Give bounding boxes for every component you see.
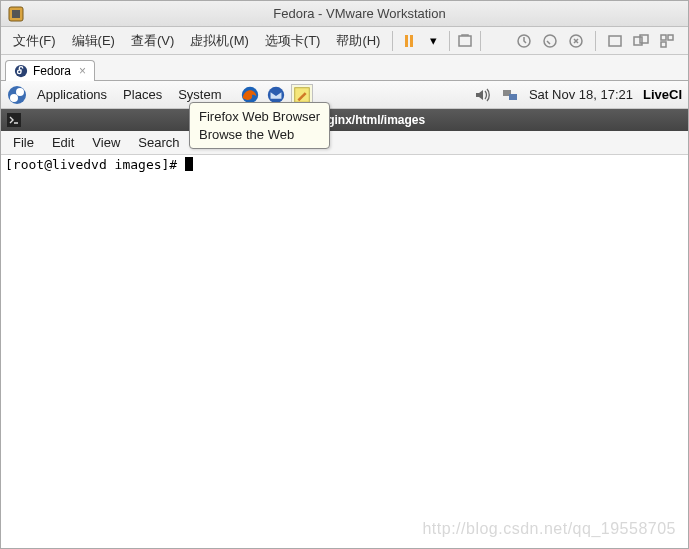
- term-menu-file[interactable]: File: [5, 133, 42, 152]
- vmware-tab-bar: Fedora ×: [1, 55, 688, 81]
- term-menu-view[interactable]: View: [84, 133, 128, 152]
- tooltip-line2: Browse the Web: [199, 126, 320, 144]
- term-menu-edit[interactable]: Edit: [44, 133, 82, 152]
- svg-rect-2: [459, 36, 471, 46]
- terminal-icon: [7, 113, 21, 127]
- snapshot-icon[interactable]: [454, 30, 476, 52]
- menu-view[interactable]: 查看(V): [123, 28, 182, 54]
- panel-datetime[interactable]: Sat Nov 18, 17:21: [529, 87, 633, 102]
- menu-edit[interactable]: 编辑(E): [64, 28, 123, 54]
- pause-icon[interactable]: [401, 33, 417, 49]
- menu-places[interactable]: Places: [117, 85, 168, 104]
- vmware-titlebar: Fedora - VMware Workstation: [1, 1, 688, 27]
- manage-snapshot-icon[interactable]: [565, 30, 587, 52]
- terminal-menubar: File Edit View Search: [1, 131, 688, 155]
- separator: [392, 31, 393, 51]
- fedora-icon: [14, 64, 28, 78]
- live-user-label[interactable]: LiveCI: [643, 87, 682, 102]
- menu-applications[interactable]: Applications: [31, 85, 113, 104]
- svg-rect-11: [661, 42, 666, 47]
- close-icon[interactable]: ×: [79, 64, 86, 78]
- svg-rect-21: [7, 113, 21, 127]
- menu-tabs[interactable]: 选项卡(T): [257, 28, 329, 54]
- terminal-titlebar[interactable]: /usr/local/nginx/html/images: [1, 109, 688, 131]
- vm-tab-fedora[interactable]: Fedora ×: [5, 60, 95, 81]
- menu-help[interactable]: 帮助(H): [328, 28, 388, 54]
- unity-icon[interactable]: [630, 30, 652, 52]
- vm-tab-label: Fedora: [33, 64, 71, 78]
- svg-rect-10: [668, 35, 673, 40]
- menu-vm[interactable]: 虚拟机(M): [182, 28, 257, 54]
- fullscreen-icon[interactable]: [604, 30, 626, 52]
- menu-file[interactable]: 文件(F): [5, 28, 64, 54]
- guest-screen: Applications Places System Sat Nov 18, 1…: [1, 81, 688, 548]
- tooltip-line1: Firefox Web Browser: [199, 108, 320, 126]
- take-snapshot-icon[interactable]: [539, 30, 561, 52]
- vmware-window-title: Fedora - VMware Workstation: [31, 6, 688, 21]
- separator: [449, 31, 450, 51]
- svg-rect-1: [12, 10, 20, 18]
- separator: [480, 31, 481, 51]
- network-icon[interactable]: [501, 86, 519, 104]
- svg-point-17: [268, 86, 284, 102]
- firefox-tooltip: Firefox Web Browser Browse the Web: [189, 102, 330, 149]
- svg-point-13: [8, 86, 26, 104]
- svg-point-4: [544, 35, 556, 47]
- terminal-body[interactable]: [root@livedvd images]#: [1, 155, 688, 548]
- play-dropdown-icon[interactable]: ▾: [425, 33, 441, 49]
- svg-rect-9: [661, 35, 666, 40]
- svg-rect-8: [640, 35, 648, 43]
- svg-point-15: [10, 94, 18, 102]
- volume-icon[interactable]: [473, 86, 491, 104]
- terminal-prompt: [root@livedvd images]#: [5, 157, 185, 172]
- revert-snapshot-icon[interactable]: [513, 30, 535, 52]
- distro-logo-icon: [7, 85, 27, 105]
- gnome-panel: Applications Places System Sat Nov 18, 1…: [1, 81, 688, 109]
- vmware-menubar: 文件(F) 编辑(E) 查看(V) 虚拟机(M) 选项卡(T) 帮助(H) ▾: [1, 27, 688, 55]
- term-menu-search[interactable]: Search: [130, 133, 187, 152]
- console-view-icon[interactable]: [656, 30, 678, 52]
- svg-rect-6: [609, 36, 621, 46]
- svg-rect-20: [509, 94, 517, 100]
- terminal-window: /usr/local/nginx/html/images File Edit V…: [1, 109, 688, 548]
- vmware-logo-icon: [7, 5, 25, 23]
- terminal-cursor: [185, 157, 193, 171]
- separator: [595, 31, 596, 51]
- svg-rect-7: [634, 37, 642, 45]
- svg-point-14: [16, 88, 24, 96]
